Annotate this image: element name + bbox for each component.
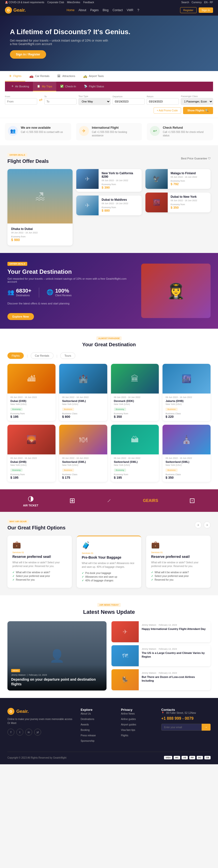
footer-link-awards-a[interactable]: Awards (81, 723, 89, 726)
news-title-large: Depending on your departure point and de… (11, 677, 103, 687)
news-card-2[interactable]: 🗺 Jimmy Watson February 13, 2023 The US … (111, 645, 211, 666)
footer-link-about-a[interactable]: About Us (81, 712, 91, 715)
dest-price-0: $ 195 (10, 415, 25, 418)
deal-card-ny-california[interactable]: ✈ New York to California 8290 09 Jun 202… (76, 169, 141, 192)
dest-price-label-2: Economy from $ 350 (114, 412, 128, 418)
dest-card-6[interactable]: 🏔 09 Jun 2022 - 16 Jun 2022 Switzerland … (111, 425, 159, 482)
feature-0-2: Reserved for you (12, 579, 67, 581)
search-section: ✈ Flights 🚗 Car Rentals 🏛 Attractions 🚕 … (0, 71, 218, 91)
deal-card-malaga-finland[interactable]: 🦅 Malaga to Finland 09 Jun 2022 - 16 Jun… (145, 169, 211, 189)
passenger-select[interactable]: 1 Passenger, Economy 2 Passengers, Econo… (181, 98, 213, 105)
dest-route-3: Jakarta (DHB) (165, 400, 208, 402)
deal-card-large[interactable]: 🏖 Dhaka to Dubai 09 Jun 2022 - 16 Jun 20… (7, 169, 73, 246)
tab-airport-taxis[interactable]: 🚕 Airport Taxis (79, 71, 108, 82)
nav-vmr[interactable]: VMR (127, 8, 134, 12)
footer-link-airline-news-a[interactable]: Airline News (121, 712, 135, 715)
payment-cb: CB (205, 756, 211, 760)
dest-card-2[interactable]: 🏛 09 Jun 2022 - 16 Jun 2022 Denmark (DDK… (111, 364, 159, 421)
dest-card-7[interactable]: ⛪ 09 Jun 2022 - 16 Jun 2022 Switzerland … (163, 425, 211, 482)
hero-title: A Lifetime of Discounts? It's Genius. (10, 28, 208, 36)
tab-attractions[interactable]: 🏛 Attractions (53, 71, 79, 82)
footer-link-flights-a[interactable]: Flights (121, 734, 128, 737)
nav-home[interactable]: Home (66, 8, 75, 12)
news-card-3[interactable]: 💺 Jimmy Watson February 13, 2023 But The… (111, 669, 211, 690)
promo-stats: 👥 6830+ Destinations 🌐 100% Client Revie… (7, 288, 134, 298)
corporate-link[interactable]: Corporate Club (47, 1, 64, 4)
subtab-air-booking[interactable]: ✈ Air Booking (7, 82, 33, 91)
options-prev-button[interactable]: ‹ (195, 522, 202, 528)
footer-link-press[interactable]: Press release (81, 733, 113, 737)
from-input[interactable] (5, 98, 37, 105)
dest-card-4[interactable]: 🌄 09 Jun 2022 - 16 Jun 2022 Dubai (DHB) … (7, 425, 55, 482)
subtab-check-in[interactable]: ✅ Check-In (56, 82, 80, 91)
dest-card-1[interactable]: 🏰 09 Jun 2022 - 16 Jun 2022 Switzerland … (59, 364, 107, 421)
tab-car-rentals[interactable]: 🚗 Car Rentals (25, 71, 53, 82)
footer-link-destinations-a[interactable]: Destinations (81, 718, 94, 720)
options-next-button[interactable]: › (203, 522, 211, 528)
social-facebook[interactable]: f (7, 728, 15, 736)
footer-link-airline-guides-a[interactable]: Airline guides (121, 718, 136, 720)
address-text: 89 Fuller Street, S2 12New (166, 712, 196, 714)
dest-card-0[interactable]: 🏙 09 Jun 2022 - 16 Jun 2022 Dubai (DXB) … (7, 364, 55, 421)
footer-link-about[interactable]: About Us (81, 712, 113, 715)
footer-email-input[interactable] (161, 724, 202, 731)
news-card-content-2: Jimmy Watson February 13, 2023 The US is… (139, 645, 211, 666)
social-linkedin[interactable]: in (25, 728, 32, 736)
footer-link-booking-a[interactable]: Booking (81, 728, 89, 732)
footer-link-sponsorship[interactable]: Sponsorship (81, 739, 113, 743)
footer-link-airline-news[interactable]: Airline News (121, 712, 154, 715)
footer-link-airport-guides[interactable]: Airport guides (121, 722, 154, 726)
to-input[interactable] (44, 98, 77, 105)
footer-link-flights[interactable]: Flights (121, 733, 154, 737)
footer-link-visa[interactable]: Visa fare tips (121, 728, 154, 732)
news-card-1[interactable]: ✈ Jimmy Watson February 13, 2023 Happy I… (111, 621, 211, 642)
swap-button[interactable]: ⇄ (39, 97, 43, 103)
promo-desc: Get rewarded for your travels – unlock i… (7, 277, 134, 283)
show-flights-button[interactable]: Show Flights 🔍 (183, 107, 213, 114)
nav-contact[interactable]: Contact (112, 8, 122, 12)
return-date-input[interactable] (147, 98, 179, 105)
footer-link-airline-guides[interactable]: Airline guides (121, 717, 154, 721)
signin-button[interactable]: Sign In (199, 7, 213, 13)
footer-link-sponsorship-a[interactable]: Sponsorship (81, 740, 94, 742)
add-promo-button[interactable]: + Add Promo Code (154, 107, 181, 114)
news-card-large[interactable]: 👤 NEWS Jimmy Watson | February 13, 2023 … (7, 621, 107, 690)
footer-link-booking[interactable]: Booking (81, 728, 113, 732)
dest-tab-tours[interactable]: Tours (60, 352, 75, 359)
dest-card-5[interactable]: 🍽 09 Jun 2022 - 16 Jun 2022 Switzerland … (59, 425, 107, 482)
deal-card-dubai-newyork[interactable]: 🌆 Dubai to New York 09 Jun 2022 - 16 Jun… (145, 192, 211, 212)
footer-link-airport-guides-a[interactable]: Airport guides (121, 723, 136, 726)
dest-badge-6: Economy (114, 468, 126, 472)
info-card-refund: ↩ Check Refund Call +1 555 555 555 for c… (147, 123, 213, 140)
nav-about[interactable]: About (79, 8, 86, 12)
nav-blog[interactable]: Blog (103, 8, 109, 12)
tour-type-select[interactable]: One Way Round Trip Multi City (79, 98, 111, 105)
lang-link[interactable]: EN - RF (204, 1, 213, 4)
currency-link[interactable]: Currency (191, 1, 202, 4)
miles-link[interactable]: MilesSmiles (67, 1, 80, 4)
main-nav: Home About Pages Blog Contact VMR ? (66, 8, 139, 12)
subtab-flight-status[interactable]: 📡 Flight Status (80, 82, 108, 91)
search-link[interactable]: Search (181, 1, 189, 4)
deal-card-dubai-maldives[interactable]: ✈ Dubai to Maldives 09 Jun 2022 - 16 Jun… (76, 195, 141, 215)
promo-cta-button[interactable]: Explore Now (7, 313, 34, 320)
hero-cta-button[interactable]: Sign in / Register (10, 50, 46, 59)
footer-link-awards[interactable]: Awards (81, 722, 113, 726)
nav-pages[interactable]: Pages (90, 8, 99, 12)
departure-date-input[interactable] (112, 98, 145, 105)
footer-link-press-a[interactable]: Press release (81, 734, 96, 737)
tab-flights[interactable]: ✈ Flights (5, 71, 25, 82)
feedback-link[interactable]: Feedback (83, 1, 94, 4)
news-cards-right: ✈ Jimmy Watson February 13, 2023 Happy I… (111, 621, 211, 690)
option-icon-0: 💼 (12, 540, 67, 549)
footer-link-visa-a[interactable]: Visa fare tips (121, 728, 135, 732)
subtab-my-trips[interactable]: 📋 My Trips (33, 82, 56, 91)
dest-tab-car-rentals[interactable]: Car Rentals (31, 352, 54, 359)
footer-email-submit[interactable]: → (202, 724, 211, 731)
register-button[interactable]: Register (180, 7, 197, 13)
footer-link-destinations[interactable]: Destinations (81, 717, 113, 721)
social-youtube[interactable]: yt (34, 728, 41, 736)
social-twitter[interactable]: t (16, 728, 23, 736)
dest-card-3[interactable]: 🌆 09 Jun 2022 - 16 Jun 2022 Jakarta (DHB… (163, 364, 211, 421)
dest-tab-flights[interactable]: Flights (7, 352, 24, 359)
